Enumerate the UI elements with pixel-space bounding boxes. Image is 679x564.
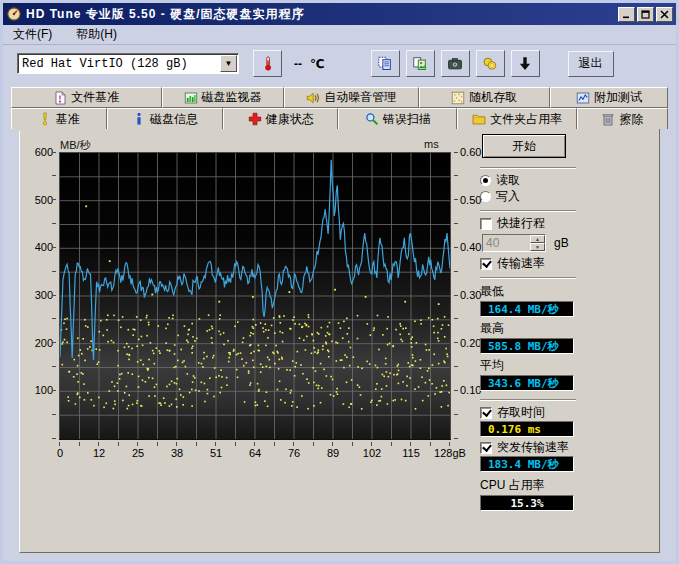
tab-label: 磁盘信息	[150, 111, 198, 128]
menu-file[interactable]: 文件(F)	[9, 24, 56, 45]
health-icon	[248, 112, 262, 126]
exit-button-label: 退出	[579, 55, 603, 72]
axis-tick	[454, 366, 458, 367]
axis-tick	[176, 442, 177, 446]
avg-value: 343.6 MB/秒	[480, 375, 574, 391]
tab-benchmark[interactable]: 基准	[11, 108, 107, 129]
access-time-checkbox[interactable]	[480, 407, 492, 419]
axis-tick-label: 25	[132, 447, 144, 459]
min-label: 最低	[480, 283, 679, 300]
copy-text-button[interactable]	[371, 50, 400, 77]
access-time-value: 0.176 ms	[480, 421, 574, 437]
minimize-button[interactable]	[618, 7, 635, 22]
write-radio[interactable]	[480, 191, 491, 202]
chevron-down-icon[interactable]: ▼	[220, 55, 237, 72]
axis-tick-label: 400	[23, 241, 53, 253]
exit-button[interactable]: 退出	[568, 51, 614, 77]
tab-noise-management[interactable]: 自动噪音管理	[284, 87, 419, 108]
disk-monitor-icon	[184, 91, 198, 105]
axis-tick	[391, 442, 392, 446]
spin-up-icon[interactable]: ▲	[530, 235, 545, 243]
tab-error-scan[interactable]: 错误扫描	[338, 108, 457, 129]
shortstroke-row[interactable]: 快捷行程	[480, 216, 679, 231]
axis-tick	[52, 175, 56, 176]
tab-disk-info[interactable]: 磁盘信息	[107, 108, 224, 129]
tab-label: 基准	[56, 111, 80, 128]
axis-tick-label: 51	[210, 447, 222, 459]
axis-tick	[332, 442, 333, 446]
shortstroke-size-input[interactable]: 40 ▲ ▼	[482, 234, 546, 252]
spin-down-icon[interactable]: ▼	[530, 243, 545, 251]
shortstroke-unit-label: gB	[554, 236, 569, 250]
spinner-buttons[interactable]: ▲ ▼	[530, 235, 545, 251]
axis-tick-label: 102	[363, 447, 381, 459]
close-button[interactable]	[656, 7, 673, 22]
burst-rate-row[interactable]: 突发传输速率	[480, 440, 679, 455]
donate-button[interactable]	[476, 50, 505, 77]
transfer-rate-checkbox[interactable]	[480, 258, 492, 270]
tab-label: 附加测试	[594, 89, 642, 106]
write-radio-row[interactable]: 写入	[480, 189, 679, 204]
axis-tick-label: 64	[249, 447, 261, 459]
camera-icon	[447, 56, 463, 71]
tab-file-benchmark[interactable]: 文件基准	[11, 87, 162, 108]
folder-usage-icon	[472, 112, 486, 126]
y-axis-left: 600500400300200100	[20, 152, 56, 440]
axis-tick	[454, 295, 458, 296]
axis-tick	[52, 247, 56, 248]
screenshot-button[interactable]	[441, 50, 470, 77]
window-title: HD Tune 专业版 5.50 - 硬盘/固态硬盘实用程序	[26, 6, 616, 23]
save-results-button[interactable]	[511, 50, 540, 77]
minimize-icon	[622, 10, 631, 19]
access-time-row[interactable]: 存取时间	[480, 405, 679, 420]
read-radio[interactable]	[480, 175, 491, 186]
separator	[480, 399, 576, 401]
axis-tick	[454, 223, 458, 224]
axis-tick	[274, 442, 275, 446]
right-axis-unit: ms	[424, 138, 439, 150]
axis-tick	[52, 366, 56, 367]
axis-tick	[454, 199, 458, 200]
tab-strip: 文件基准 磁盘监视器 自动噪音管理	[3, 82, 676, 553]
tab-disk-monitor[interactable]: 磁盘监视器	[162, 87, 284, 108]
burst-rate-checkbox[interactable]	[480, 442, 492, 454]
benchmark-chart	[59, 152, 451, 440]
tab-random-access[interactable]: 随机存取	[419, 87, 550, 108]
menubar: 文件(F) 帮助(H)	[3, 25, 676, 45]
axis-tick	[454, 414, 458, 415]
axis-tick-label: 89	[327, 447, 339, 459]
tab-label: 文件基准	[71, 89, 119, 106]
shortstroke-size-value: 40	[483, 236, 530, 250]
copy-icon	[377, 56, 393, 71]
axis-tick	[196, 442, 197, 446]
maximize-button[interactable]	[637, 7, 654, 22]
tab-health-status[interactable]: 健康状态	[223, 108, 338, 129]
thermometer-icon	[261, 56, 275, 71]
temperature-button[interactable]	[253, 50, 282, 77]
burst-rate-label: 突发传输速率	[497, 439, 569, 456]
axis-tick	[454, 438, 458, 439]
axis-tick	[254, 442, 255, 446]
tab-label: 擦除	[619, 111, 643, 128]
copy-image-button[interactable]	[406, 50, 435, 77]
min-value: 164.4 MB/秒	[480, 301, 574, 317]
drive-select[interactable]: Red Hat VirtIO (128 gB) ▼	[17, 53, 239, 74]
axis-tick	[454, 175, 458, 176]
tab-extra-tests[interactable]: 附加测试	[550, 87, 668, 108]
tab-folder-usage[interactable]: 文件夹占用率	[457, 108, 576, 129]
tab-erase[interactable]: 擦除	[577, 108, 668, 129]
shortstroke-checkbox[interactable]	[480, 218, 492, 230]
menu-help[interactable]: 帮助(H)	[72, 24, 121, 45]
maximize-icon	[641, 10, 650, 19]
close-icon	[660, 10, 669, 19]
max-label: 最高	[480, 320, 679, 337]
transfer-rate-row[interactable]: 传输速率	[480, 256, 679, 271]
axis-tick	[157, 442, 158, 446]
erase-icon	[601, 112, 615, 126]
start-button[interactable]: 开始	[482, 134, 566, 158]
axis-tick-label: 300	[23, 289, 53, 301]
max-value: 585.8 MB/秒	[480, 338, 574, 354]
axis-tick-label: 500	[23, 194, 53, 206]
axis-tick	[79, 442, 80, 446]
read-radio-row[interactable]: 读取	[480, 173, 679, 188]
